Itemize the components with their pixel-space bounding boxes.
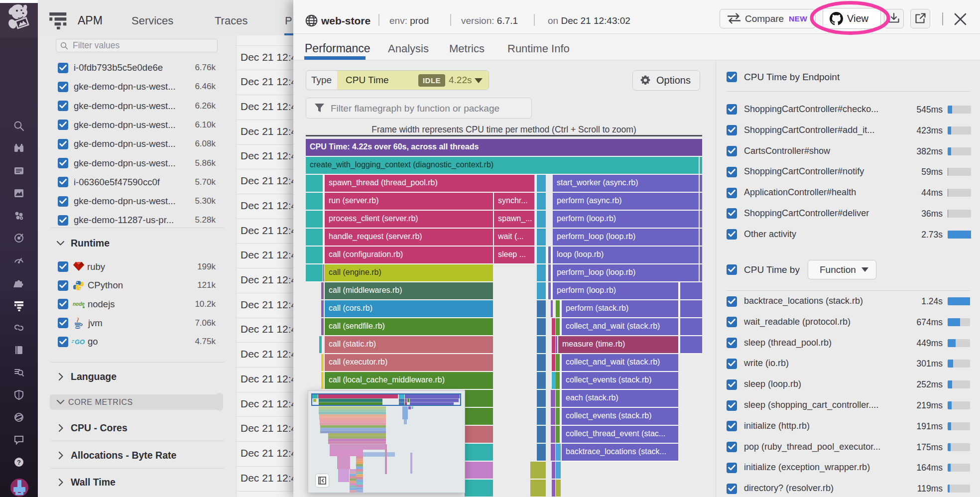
svg-text:node: node [73,301,85,307]
svg-text:GO: GO [75,338,85,346]
svg-text:?: ? [17,459,21,466]
